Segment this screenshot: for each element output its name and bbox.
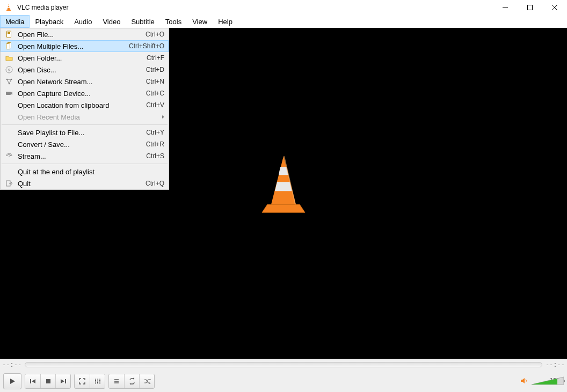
menu-item-label: Open Recent Media xyxy=(16,113,160,121)
svg-rect-34 xyxy=(97,382,98,383)
menu-item-shortcut: Ctrl+Q xyxy=(146,180,164,187)
svg-point-14 xyxy=(9,69,10,71)
shuffle-button[interactable] xyxy=(139,374,154,388)
title-bar: VLC media player xyxy=(0,0,567,15)
menu-item-open-clipboard[interactable]: Open Location from clipboard Ctrl+V xyxy=(1,99,169,111)
close-button[interactable] xyxy=(542,0,567,15)
playlist-button[interactable] xyxy=(109,374,124,388)
time-total[interactable]: --:-- xyxy=(546,361,565,368)
play-button[interactable] xyxy=(3,373,21,389)
menu-video[interactable]: Video xyxy=(97,15,126,28)
time-elapsed[interactable]: --:-- xyxy=(2,361,21,368)
menu-item-shortcut: Ctrl+Shift+O xyxy=(129,42,164,50)
svg-rect-28 xyxy=(30,379,31,383)
svg-rect-32 xyxy=(65,379,66,383)
playlist-group xyxy=(108,374,155,389)
menu-item-label: Open Location from clipboard xyxy=(16,101,146,109)
quit-icon xyxy=(3,180,16,187)
stop-button[interactable] xyxy=(40,374,55,388)
menu-label: Video xyxy=(103,18,120,26)
menu-item-label: Convert / Save... xyxy=(16,140,146,149)
minimize-button[interactable] xyxy=(493,0,518,15)
svg-marker-23 xyxy=(271,156,296,204)
menu-view[interactable]: View xyxy=(187,15,213,28)
menu-item-shortcut: Ctrl+F xyxy=(147,54,164,62)
folder-icon xyxy=(3,54,16,62)
menu-item-label: Quit xyxy=(16,180,146,188)
menu-item-shortcut: Ctrl+S xyxy=(146,152,164,160)
menu-item-label: Stream... xyxy=(16,152,146,160)
media-dropdown: Open File... Ctrl+O Open Multiple Files.… xyxy=(0,28,169,190)
svg-marker-0 xyxy=(8,4,10,10)
seek-slider[interactable] xyxy=(25,362,542,367)
window-title: VLC media player xyxy=(17,4,493,11)
loop-button[interactable] xyxy=(124,374,139,388)
vlc-logo xyxy=(249,151,318,222)
menu-item-shortcut: Ctrl+D xyxy=(146,66,164,73)
menu-item-shortcut: Ctrl+C xyxy=(146,90,164,97)
svg-marker-22 xyxy=(262,204,305,212)
menu-label: Tools xyxy=(165,18,181,26)
menu-item-label: Open Multiple Files... xyxy=(16,42,129,50)
view-group xyxy=(74,374,105,389)
menu-item-open-disc[interactable]: Open Disc... Ctrl+D xyxy=(1,64,169,76)
svg-rect-5 xyxy=(528,5,533,10)
menu-label: View xyxy=(192,18,207,26)
svg-marker-31 xyxy=(61,379,64,383)
menu-subtitle[interactable]: Subtitle xyxy=(126,15,159,28)
extended-settings-button[interactable] xyxy=(90,374,105,388)
menu-item-open-capture-device[interactable]: Open Capture Device... Ctrl+C xyxy=(1,87,169,99)
menu-separator xyxy=(2,124,168,125)
menu-item-shortcut: Ctrl+R xyxy=(146,140,164,148)
menu-item-open-recent-media[interactable]: Open Recent Media xyxy=(1,111,169,123)
menu-item-label: Open Capture Device... xyxy=(16,90,146,98)
vlc-cone-icon xyxy=(4,3,13,12)
svg-rect-33 xyxy=(95,380,96,381)
maximize-button[interactable] xyxy=(518,0,542,15)
menu-item-save-playlist[interactable]: Save Playlist to File... Ctrl+Y xyxy=(1,127,169,138)
menu-label: Playback xyxy=(35,18,63,26)
capture-icon xyxy=(3,90,16,97)
menu-item-open-file[interactable]: Open File... Ctrl+O xyxy=(1,28,169,40)
disc-icon xyxy=(3,66,16,73)
menu-item-stream[interactable]: Stream... Ctrl+S xyxy=(1,150,169,162)
menu-item-open-multiple-files[interactable]: Open Multiple Files... Ctrl+Shift+O xyxy=(1,40,169,52)
file-icon xyxy=(3,31,16,38)
menu-item-open-folder[interactable]: Open Folder... Ctrl+F xyxy=(1,52,169,64)
transport-group xyxy=(25,374,71,389)
seek-bar: --:-- --:-- xyxy=(0,359,567,371)
svg-rect-2 xyxy=(8,5,10,6)
menu-item-label: Open Folder... xyxy=(16,54,147,62)
speaker-icon[interactable] xyxy=(520,376,528,387)
menu-item-shortcut: Ctrl+N xyxy=(146,78,164,85)
menu-label: Media xyxy=(5,18,24,26)
menu-item-shortcut: Ctrl+O xyxy=(146,31,164,38)
fullscreen-button[interactable] xyxy=(75,374,90,388)
menu-playback[interactable]: Playback xyxy=(30,15,69,28)
menu-item-quit-after-playlist[interactable]: Quit at the end of playlist xyxy=(1,166,169,177)
svg-rect-3 xyxy=(8,8,10,9)
menu-help[interactable]: Help xyxy=(213,15,238,28)
menu-item-open-network-stream[interactable]: Open Network Stream... Ctrl+N xyxy=(1,76,169,87)
menu-media[interactable]: Media xyxy=(0,15,30,28)
menu-item-convert-save[interactable]: Convert / Save... Ctrl+R xyxy=(1,138,169,150)
svg-rect-18 xyxy=(6,92,11,95)
menu-label: Audio xyxy=(74,18,92,26)
menu-separator xyxy=(2,164,168,164)
window-controls xyxy=(493,0,567,15)
svg-marker-36 xyxy=(521,378,525,383)
next-button[interactable] xyxy=(55,374,70,388)
menu-audio[interactable]: Audio xyxy=(69,15,97,28)
menu-tools[interactable]: Tools xyxy=(160,15,187,28)
menu-item-label: Open Disc... xyxy=(16,66,146,74)
volume-slider[interactable] xyxy=(532,376,564,386)
previous-button[interactable] xyxy=(25,374,40,388)
stream-icon xyxy=(3,152,16,160)
video-area: Open File... Ctrl+O Open Multiple Files.… xyxy=(0,28,567,359)
svg-rect-10 xyxy=(8,33,10,34)
svg-rect-35 xyxy=(99,380,100,381)
svg-rect-9 xyxy=(8,32,10,33)
svg-rect-8 xyxy=(7,31,11,38)
vlc-cone-icon xyxy=(249,151,318,220)
menu-item-quit[interactable]: Quit Ctrl+Q xyxy=(1,177,169,189)
